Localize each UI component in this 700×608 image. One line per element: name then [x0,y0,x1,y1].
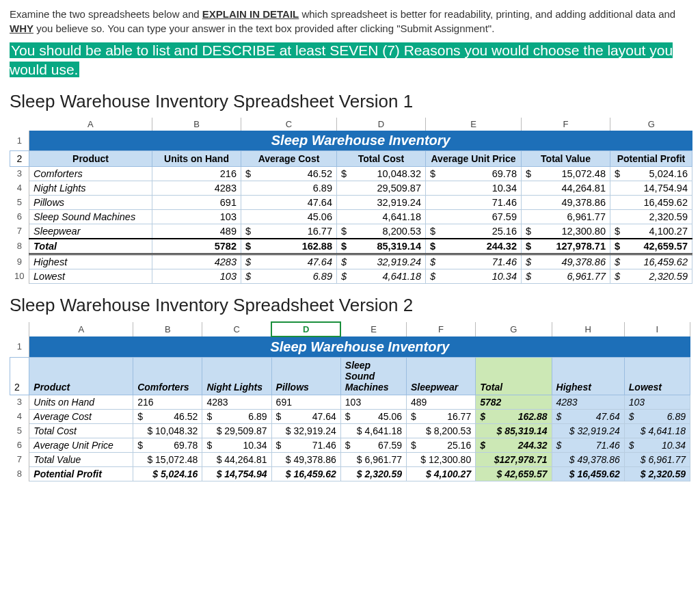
table-row: 6 Average Unit Price $69.78 $10.34 $71.4… [10,438,690,452]
potential-profit-row: 8 Potential Profit $ 5,024.16$ 14,754.94… [10,466,690,481]
total-row: 8 Total5782 $162.88 $85,319.14 $244.32 $… [10,239,692,254]
col-header-row: ABCDEFG [10,118,692,131]
col-header-row: ABC D EFGHI [10,322,690,336]
table-row: 5 Total Cost $ 10,048.32$ 29,509.87$ 32,… [10,423,690,438]
highlight-instruction: You should be able to list and DESCRIBE … [10,41,690,80]
table-row: 7 Sleepwear489 $16.77 $8,200.53 $25.16 $… [10,224,692,239]
version2-heading: Sleep Warehouse Inventory Spreadsheet Ve… [10,295,690,316]
table-row: 4 Average Cost $46.52 $6.89 $47.64 $45.0… [10,409,690,423]
instructions-paragraph: Examine the two spreadsheets below and E… [10,7,690,36]
spreadsheet-v1: ABCDEFG 1Sleep Warehouse Inventory 2 Pro… [10,118,692,284]
table-row: 4 Night Lights4283 6.8929,509.87 10.3444… [10,181,692,195]
header-row: 2 Product ComfortersNight LightsPillowsS… [10,357,690,395]
highest-row: 9 Highest4283 $47.64 $32,919.24 $71.46 $… [10,254,692,269]
spreadsheet-v2: ABC D EFGHI 1Sleep Warehouse Inventory 2… [10,321,690,481]
table-row: 5 Pillows691 47.6432,919.24 71.4649,378.… [10,195,692,209]
lowest-row: 10 Lowest103 $6.89 $4,641.18 $10.34 $6,9… [10,269,692,283]
table-row: 6 Sleep Sound Machines103 45.064,641.18 … [10,209,692,224]
table-row: 7 Total Value $ 15,072.48$ 44,264.81$ 49… [10,452,690,466]
table-row: 3 Comforters 216 $46.52 $10,048.32 $69.7… [10,166,692,181]
sheet-title: Sleep Warehouse Inventory [29,336,690,358]
version1-heading: Sleep Warehouse Inventory Spreadsheet Ve… [10,91,690,112]
sheet-title: Sleep Warehouse Inventory [29,131,692,151]
header-row: 2 Product Units on Hand Average Cost Tot… [10,150,692,166]
table-row: 3 Units on Hand 2164283691103489 5782 42… [10,395,690,409]
